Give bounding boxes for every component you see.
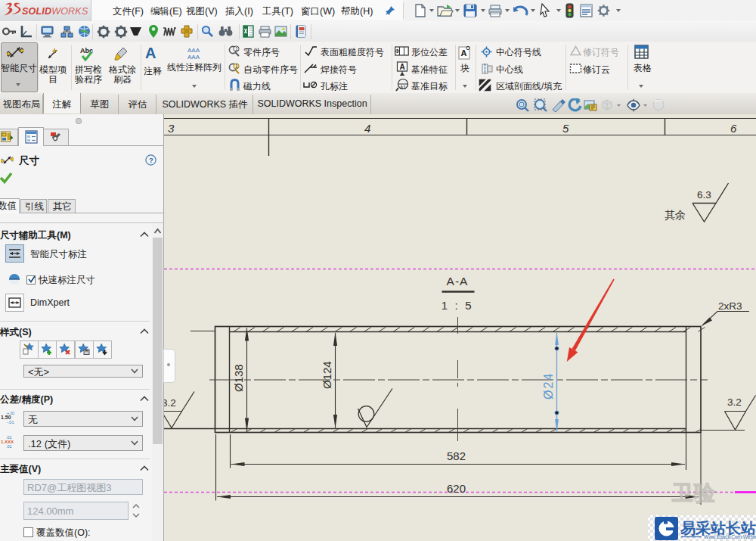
svg-text:3.2: 3.2 bbox=[727, 396, 742, 408]
svg-text:3: 3 bbox=[168, 122, 175, 135]
svg-text:1.50: 1.50 bbox=[1, 415, 11, 420]
svg-text:卫验: 卫验 bbox=[671, 481, 716, 505]
svg-text:2xR3: 2xR3 bbox=[718, 300, 742, 312]
svg-text:?: ? bbox=[149, 156, 153, 164]
svg-text:6.3: 6.3 bbox=[697, 189, 711, 201]
svg-text:Ø138: Ø138 bbox=[232, 364, 245, 392]
svg-text:Ø124: Ø124 bbox=[321, 361, 333, 389]
svg-text:A-A: A-A bbox=[447, 275, 469, 288]
svg-text:-.01: -.01 bbox=[7, 420, 14, 424]
svg-text:582: 582 bbox=[447, 449, 466, 462]
svg-text:.01: .01 bbox=[6, 444, 12, 449]
svg-text:6: 6 bbox=[730, 122, 737, 135]
svg-text:5: 5 bbox=[562, 122, 569, 135]
svg-text:620: 620 bbox=[447, 482, 466, 495]
svg-text:Ø24: Ø24 bbox=[542, 372, 555, 400]
svg-text:1 : 5: 1 : 5 bbox=[442, 299, 474, 312]
svg-text:Www.Easck.Com Webmaster: Www.Easck.Com Webmaster bbox=[704, 534, 756, 539]
svg-text:其余: 其余 bbox=[665, 209, 686, 221]
svg-text:4: 4 bbox=[364, 122, 370, 135]
